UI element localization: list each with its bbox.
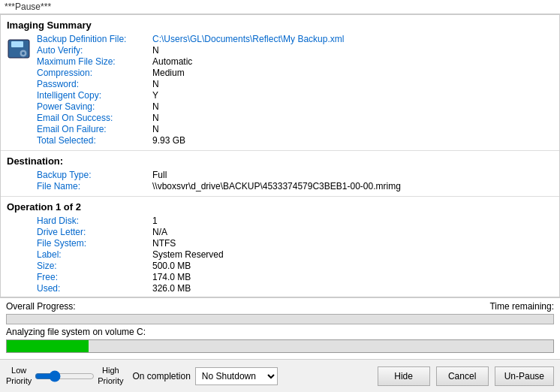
password-label: Password: (37, 79, 149, 89)
priority-section: Low Priority High Priority (6, 366, 123, 385)
email-failure-value: N (152, 124, 344, 134)
email-success-value: N (152, 113, 344, 123)
file-name-value: \\vboxsvr\d_drive\BACKUP\4533374579C3BEB… (152, 181, 553, 191)
size-label: Size: (37, 261, 149, 271)
backup-type-label: Backup Type: (37, 170, 149, 180)
password-value: N (152, 79, 344, 89)
backup-def-value: C:\Users\GL\Documents\Reflect\My Backup.… (152, 34, 344, 44)
low-priority-label: Low Priority (6, 366, 32, 385)
label-label: Label: (37, 249, 149, 260)
compression-label: Compression: (37, 68, 149, 78)
label-value: System Reserved (152, 249, 553, 260)
bottom-bar: Low Priority High Priority On completion… (0, 359, 560, 392)
compression-value: Medium (152, 68, 344, 78)
overall-progress-bar (6, 314, 554, 324)
max-file-size-value: Automatic (152, 56, 344, 67)
progress-area: Overall Progress: Time remaining: Analyz… (0, 297, 560, 359)
max-file-size-label: Maximum File Size: (37, 56, 149, 67)
auto-verify-value: N (152, 45, 344, 56)
disk-icon (7, 37, 31, 61)
title-bar: ***Pause*** (0, 0, 560, 14)
status-text: Analyzing file system on volume C: (6, 327, 554, 337)
file-name-label: File Name: (37, 181, 149, 191)
scroll-area[interactable]: Imaging Summary Backup Definition File: … (0, 14, 560, 297)
operation1-section: Operation 1 of 2 Hard Disk: 1 Drive Lett… (1, 197, 559, 297)
destination-section: Destination: Backup Type: Full File Name… (1, 151, 559, 197)
backup-def-label: Backup Definition File: (37, 34, 149, 44)
high-priority-label: High Priority (98, 366, 123, 385)
total-selected-label: Total Selected: (37, 135, 149, 146)
sub-progress-fill (7, 340, 89, 352)
svg-point-3 (22, 52, 25, 55)
backup-type-value: Full (152, 170, 553, 180)
completion-label: On completion (132, 371, 190, 381)
completion-section: On completion No Shutdown Shutdown Resta… (132, 367, 277, 385)
drive-letter-label: Drive Letter: (37, 227, 149, 237)
main-content: Imaging Summary Backup Definition File: … (0, 14, 560, 392)
email-failure-label: Email On Failure: (37, 124, 149, 134)
sub-progress-bar (6, 339, 554, 353)
intelligent-copy-value: Y (152, 90, 344, 101)
email-success-label: Email On Success: (37, 113, 149, 123)
imaging-summary-content: Backup Definition File: C:\Users\GL\Docu… (7, 34, 553, 146)
drive-letter-value: N/A (152, 227, 553, 237)
destination-table: Backup Type: Full File Name: \\vboxsvr\d… (7, 170, 553, 191)
progress-row: Overall Progress: Time remaining: (6, 301, 554, 312)
size-value: 500.0 MB (152, 261, 553, 271)
unpause-button[interactable]: Un-Pause (495, 366, 554, 386)
imaging-summary-title: Imaging Summary (7, 20, 553, 31)
overall-progress-label: Overall Progress: (6, 301, 76, 312)
svg-rect-1 (11, 41, 23, 47)
shutdown-dropdown[interactable]: No Shutdown Shutdown Restart Hibernate S… (195, 367, 278, 385)
intelligent-copy-label: Intelligent Copy: (37, 90, 149, 101)
used-value: 326.0 MB (152, 283, 553, 294)
title-text: ***Pause*** (5, 2, 51, 12)
file-system-label: File System: (37, 238, 149, 249)
file-system-value: NTFS (152, 238, 553, 249)
destination-title: Destination: (7, 155, 553, 167)
power-saving-label: Power Saving: (37, 101, 149, 112)
imaging-summary-table: Backup Definition File: C:\Users\GL\Docu… (37, 34, 344, 146)
imaging-summary-section: Imaging Summary Backup Definition File: … (1, 15, 559, 151)
hard-disk-value: 1 (152, 216, 553, 226)
time-remaining-label: Time remaining: (489, 301, 554, 312)
hard-disk-label: Hard Disk: (37, 216, 149, 226)
cancel-button[interactable]: Cancel (436, 366, 489, 386)
operation1-table: Hard Disk: 1 Drive Letter: N/A File Syst… (7, 216, 553, 294)
hide-button[interactable]: Hide (378, 366, 430, 386)
used-label: Used: (37, 283, 149, 294)
power-saving-value: N (152, 101, 344, 112)
auto-verify-label: Auto Verify: (37, 45, 149, 56)
operation1-title: Operation 1 of 2 (7, 201, 553, 213)
total-selected-value: 9.93 GB (152, 135, 344, 146)
free-value: 174.0 MB (152, 272, 553, 282)
free-label: Free: (37, 272, 149, 282)
priority-slider[interactable] (35, 370, 95, 382)
